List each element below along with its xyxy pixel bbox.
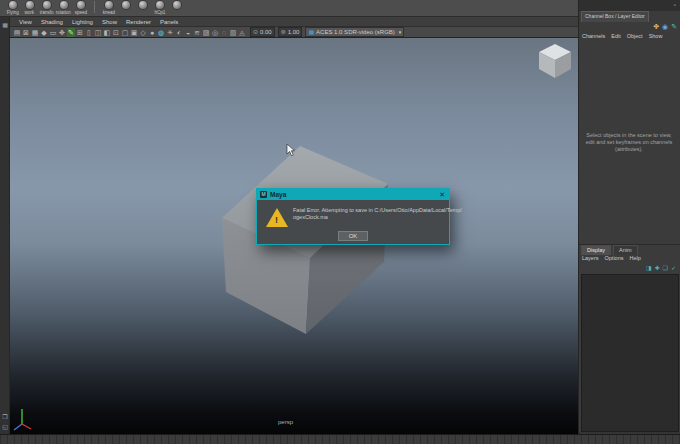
menu-layers[interactable]: Layers [582, 255, 599, 261]
hint-line: Select objects in the scene to view, [581, 132, 677, 139]
dialog-message-line: ogexClock.ma [293, 214, 462, 221]
menu-edit[interactable]: Edit [611, 33, 620, 39]
joint-xray-icon[interactable]: ◬ [238, 28, 246, 37]
menu-help[interactable]: Help [629, 255, 640, 261]
menu-channels[interactable]: Channels [582, 33, 605, 39]
layer-editor-menus: LayersOptionsHelp [582, 255, 641, 261]
dialog-body: ! Fatal Error. Attempting to save in C:/… [257, 200, 449, 244]
shelf-item-label: transfo [40, 9, 54, 14]
image-plane-icon[interactable]: ▭ [49, 28, 57, 37]
close-icon[interactable]: ✕ [438, 191, 446, 199]
shelf-item-transfo[interactable]: transfo [38, 1, 55, 15]
dialog-title: Maya [270, 191, 438, 198]
wireframe-icon[interactable]: ◇ [139, 28, 147, 37]
shelf-item-work[interactable]: work [21, 1, 38, 15]
menu-panels[interactable]: Panels [160, 19, 178, 25]
grid-icon[interactable]: ⊞ [76, 28, 84, 37]
shelf-item-rotation[interactable]: rotation [55, 1, 72, 15]
colorspace-icon: ▦ [308, 28, 314, 36]
exposure-value[interactable]: 0.00 [260, 28, 272, 36]
new-layer-icon[interactable]: ✚ [655, 264, 660, 271]
dialog-titlebar[interactable]: M Maya ✕ [257, 189, 449, 200]
gamma-value[interactable]: 1.00 [288, 28, 300, 36]
camera-name-label: persp [278, 419, 293, 425]
isolate-select-icon[interactable]: ◌ [220, 28, 228, 37]
shelf-sphere-icon [173, 1, 181, 9]
channel-box-hint: Select objects in the scene to view,edit… [581, 132, 677, 153]
pan-zoom-icon[interactable]: ✥ [58, 28, 66, 37]
shelf-sphere-icon [139, 1, 147, 9]
shelf-item-label: work [25, 9, 35, 14]
panel-layout-alt-icon[interactable]: ◱ [1, 423, 9, 431]
lock-camera-icon[interactable]: ⊠ [22, 28, 30, 37]
resolution-gate-icon[interactable]: ◫ [94, 28, 102, 37]
depth-of-field-icon[interactable]: ◎ [211, 28, 219, 37]
toolbox-icon[interactable]: ▦ [1, 21, 9, 29]
empty-layer-icon[interactable]: ◨ [646, 264, 652, 271]
viewport-toolbar: ▤⊠▦◆▭✥✎⊞▯◫◧⊡▢▣◇●◍☀◐◒≋▨◎◌▥◬ ⊙ 0.00 ⊚ 1.00… [10, 27, 578, 38]
colorspace-value: ACES 1.0 SDR-video (sRGB) [316, 28, 395, 36]
colorspace-dropdown[interactable]: ▦ ACES 1.0 SDR-video (sRGB) ▾ [305, 27, 404, 37]
gamma-icon: ⊚ [281, 28, 286, 36]
gamma-control[interactable]: ⊚ 1.00 [278, 27, 303, 37]
tab-channel-box-layer-editor[interactable]: Channel Box / Layer Editor [581, 11, 649, 22]
use-all-lights-icon[interactable]: ☀ [166, 28, 174, 37]
speed-state-icon[interactable]: ✤ [653, 23, 659, 31]
maya-app-icon: M [260, 191, 267, 198]
exposure-control[interactable]: ⊙ 0.00 [250, 27, 275, 37]
xray-icon[interactable]: ▥ [229, 28, 237, 37]
shelf-sphere-icon [156, 1, 164, 9]
select-camera-icon[interactable]: ▤ [13, 28, 21, 37]
field-chart-icon[interactable]: ⊡ [112, 28, 120, 37]
menu-show[interactable]: Show [649, 33, 663, 39]
shelf-sphere-icon [122, 1, 130, 9]
camera-attributes-icon[interactable]: ▦ [31, 28, 39, 37]
edit-channels-icon[interactable]: ✎ [671, 23, 677, 31]
ssao-icon[interactable]: ◒ [184, 28, 192, 37]
left-tool-strip: ▦ ❒ ◱ [0, 17, 10, 434]
shelf-item-blank[interactable] [117, 1, 134, 9]
shelf-item-blank[interactable] [168, 1, 185, 9]
shelf-item-speed[interactable]: speed [72, 1, 89, 15]
shadows-icon[interactable]: ◐ [175, 28, 183, 37]
ok-button[interactable]: OK [338, 231, 368, 241]
menu-show[interactable]: Show [102, 19, 117, 25]
film-gate-icon[interactable]: ▯ [85, 28, 93, 37]
channel-box-icons: ✤◉✎ [653, 23, 677, 31]
shelf-sphere-icon [43, 1, 51, 9]
gate-mask-icon[interactable]: ◧ [103, 28, 111, 37]
menu-shading[interactable]: Shading [41, 19, 63, 25]
shelf-bar: FlyingworktransforotationspeedkneadhCp1 [0, 0, 578, 17]
shaded-icon[interactable]: ● [148, 28, 156, 37]
menu-options[interactable]: Options [605, 255, 624, 261]
shelf-item-Flying[interactable]: Flying [4, 1, 21, 15]
shelf-item-hCp1[interactable]: hCp1 [151, 1, 168, 15]
menu-lighting[interactable]: Lighting [72, 19, 93, 25]
shelf-item-knead[interactable]: knead [100, 1, 117, 15]
grease-pencil-icon[interactable]: ✎ [67, 28, 75, 37]
time-slider[interactable] [0, 434, 680, 444]
tab-anim[interactable]: Anim [613, 245, 638, 255]
menu-renderer[interactable]: Renderer [126, 19, 151, 25]
layer-editor-tabs: DisplayAnim [581, 245, 638, 255]
layer-list[interactable] [581, 274, 679, 432]
pin-channel-icon[interactable]: ◉ [662, 23, 668, 31]
shelf-item-label: Flying [6, 9, 18, 14]
panel-layout-icon[interactable]: ❒ [1, 413, 9, 421]
bookmark-icon[interactable]: ◆ [40, 28, 48, 37]
safe-title-icon[interactable]: ▣ [130, 28, 138, 37]
anti-aliasing-icon[interactable]: ▨ [202, 28, 210, 37]
viewcube-icon[interactable] [539, 44, 571, 78]
menu-object[interactable]: Object [627, 33, 643, 39]
shelf-item-blank[interactable] [134, 1, 151, 9]
workspace-icon[interactable]: ▫ [674, 2, 676, 9]
new-layer-from-selected-icon[interactable]: ❏ [663, 264, 668, 271]
shelf-item-label: hCp1 [154, 9, 165, 14]
tab-display[interactable]: Display [581, 245, 611, 255]
safe-action-icon[interactable]: ▢ [121, 28, 129, 37]
motion-blur-icon[interactable]: ≋ [193, 28, 201, 37]
menu-view[interactable]: View [19, 19, 32, 25]
layer-options-icon[interactable]: ✓ [671, 264, 676, 271]
textured-icon[interactable]: ◍ [157, 28, 165, 37]
layer-editor-icons: ◨✚❏✓ [646, 264, 676, 271]
